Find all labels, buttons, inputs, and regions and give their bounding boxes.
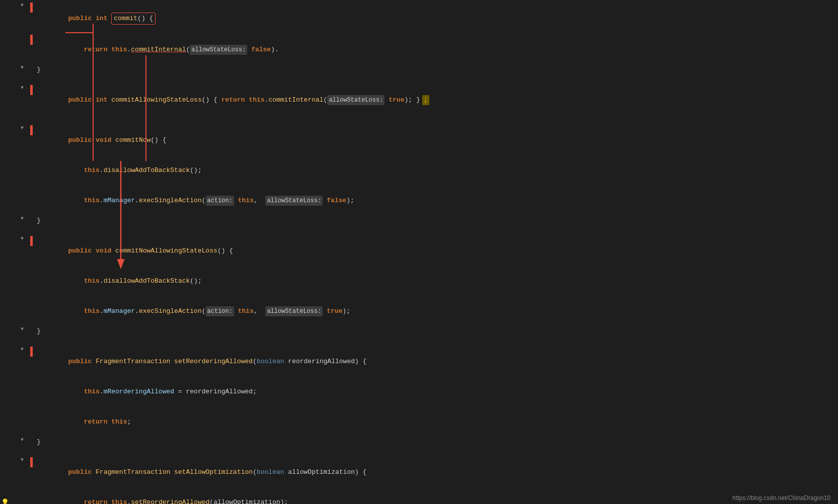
gutter: ▼ xyxy=(3,125,33,131)
code-text: } xyxy=(33,326,838,337)
red-left-marker xyxy=(30,3,33,13)
code-line: ▼ } xyxy=(0,437,838,447)
code-line xyxy=(0,115,838,125)
code-line xyxy=(0,447,838,457)
code-text: this.mReorderingAllowed = reorderingAllo… xyxy=(33,377,838,407)
code-text: public void commitNowAllowingStateLoss()… xyxy=(33,236,838,266)
fold-icon[interactable]: ▼ xyxy=(21,236,24,241)
red-left-marker xyxy=(30,35,33,45)
fold-icon[interactable]: ▼ xyxy=(21,125,24,131)
fold-icon[interactable]: ▼ xyxy=(21,85,24,91)
code-text: this.disallowAddToBackStack(); xyxy=(33,266,838,296)
code-text: public FragmentTransaction setAllowOptim… xyxy=(33,457,838,487)
red-left-marker xyxy=(30,125,33,135)
fold-icon[interactable]: ▼ xyxy=(21,437,24,443)
code-line: ▼ public int commitAllowingStateLoss() {… xyxy=(0,85,838,115)
code-line xyxy=(0,75,838,85)
code-line: ▼ public void commitNow() { xyxy=(0,125,838,155)
code-text: return this.setReorderingAllowed(allowOp… xyxy=(33,487,838,504)
code-text: } xyxy=(33,216,838,226)
code-container: ▼ public int commit() { return this.comm… xyxy=(0,0,838,504)
fold-icon[interactable]: ▼ xyxy=(21,347,24,352)
code-line: this.mManager.execSingleAction(action: t… xyxy=(0,186,838,216)
gutter: ▼ xyxy=(3,65,33,70)
code-line: 💡 return this.setReorderingAllowed(allow… xyxy=(0,487,838,504)
gutter: ▼ xyxy=(3,85,33,91)
code-line: ▼ } xyxy=(0,326,838,337)
code-text: public void commitNow() { xyxy=(33,125,838,155)
code-line: return this; xyxy=(0,407,838,437)
code-text: } xyxy=(33,65,838,75)
code-line: ▼ public FragmentTransaction setAllowOpt… xyxy=(0,457,838,487)
gutter: ▼ xyxy=(3,3,33,8)
code-line: ▼ } xyxy=(0,216,838,226)
code-text: } xyxy=(33,437,838,447)
page-url: https://blog.csdn.net/ChinaDragon10 xyxy=(732,494,830,501)
code-line: this.disallowAddToBackStack(); xyxy=(0,266,838,296)
bulb-icon: 💡 xyxy=(0,498,9,504)
fold-icon[interactable]: ▼ xyxy=(21,65,24,70)
fold-icon[interactable]: ▼ xyxy=(21,216,24,221)
code-line: this.disallowAddToBackStack(); xyxy=(0,155,838,186)
code-line: ▼ } xyxy=(0,65,838,75)
red-left-marker xyxy=(30,85,33,95)
code-text: return this.commitInternal(allowStateLos… xyxy=(33,35,838,65)
code-text: public int commit() { xyxy=(33,3,838,35)
code-text: this.disallowAddToBackStack(); xyxy=(33,155,838,186)
red-left-marker xyxy=(30,457,33,467)
red-left-marker xyxy=(30,347,33,357)
code-text: this.mManager.execSingleAction(action: t… xyxy=(33,296,838,326)
fold-icon[interactable]: ▼ xyxy=(21,3,24,8)
editor-area: ▼ public int commit() { return this.comm… xyxy=(0,0,838,504)
fold-icon[interactable]: ▼ xyxy=(21,326,24,332)
code-line: this.mReorderingAllowed = reorderingAllo… xyxy=(0,377,838,407)
red-left-marker xyxy=(30,236,33,246)
code-text: public FragmentTransaction setReordering… xyxy=(33,347,838,377)
code-line: ▼ public void commitNowAllowingStateLoss… xyxy=(0,236,838,266)
fold-icon[interactable]: ▼ xyxy=(21,457,24,463)
code-line: this.mManager.execSingleAction(action: t… xyxy=(0,296,838,326)
code-line: ▼ public FragmentTransaction setReorderi… xyxy=(0,347,838,377)
code-text: return this; xyxy=(33,407,838,437)
code-line xyxy=(0,226,838,236)
code-line: ▼ public int commit() { xyxy=(0,3,838,35)
code-text: public int commitAllowingStateLoss() { r… xyxy=(33,85,838,115)
code-line: return this.commitInternal(allowStateLos… xyxy=(0,35,838,65)
code-line xyxy=(0,337,838,347)
code-text: this.mManager.execSingleAction(action: t… xyxy=(33,186,838,216)
